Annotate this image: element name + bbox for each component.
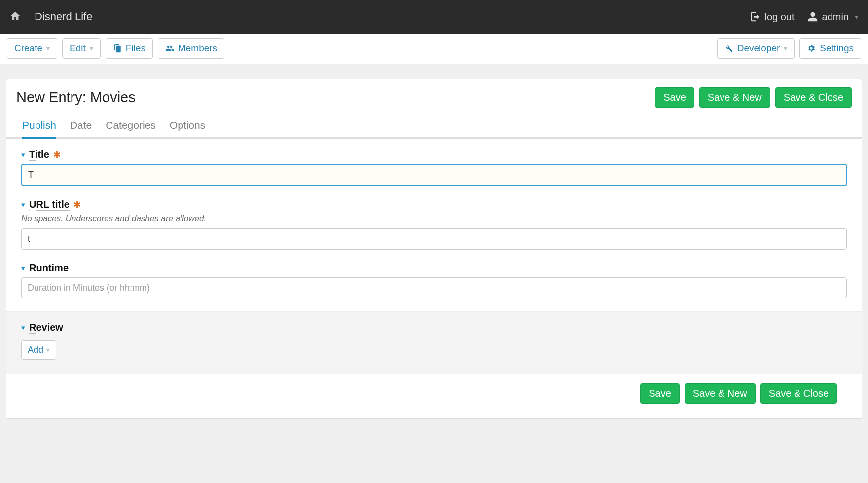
url-title-label: URL title xyxy=(29,199,70,211)
edit-button[interactable]: Edit ▾ xyxy=(62,38,101,59)
runtime-input[interactable] xyxy=(21,277,847,298)
tab-categories[interactable]: Categories xyxy=(106,119,156,137)
chevron-down-icon[interactable]: ▾ xyxy=(21,150,25,159)
chevron-down-icon[interactable]: ▾ xyxy=(21,264,25,273)
developer-label: Developer xyxy=(737,43,780,54)
add-label: Add xyxy=(28,345,43,355)
page: New Entry: Movies Save Save & New Save &… xyxy=(0,79,868,434)
gear-icon xyxy=(807,44,816,53)
toolbar-right: Developer ▾ Settings xyxy=(717,38,861,59)
topbar: Disnerd Life log out admin ▾ xyxy=(0,0,868,34)
field-title: ▾ Title ✱ xyxy=(21,149,847,186)
save-buttons-bottom: Save Save & New Save & Close xyxy=(21,374,847,404)
site-name[interactable]: Disnerd Life xyxy=(35,10,92,23)
tab-options[interactable]: Options xyxy=(170,119,205,137)
topbar-right: log out admin ▾ xyxy=(750,11,858,23)
logout-label: log out xyxy=(764,11,794,23)
members-button[interactable]: Members xyxy=(158,38,224,59)
chevron-down-icon: ▾ xyxy=(784,44,787,53)
field-title-head: ▾ Title ✱ xyxy=(21,149,847,161)
files-label: Files xyxy=(126,43,145,54)
required-icon: ✱ xyxy=(73,199,81,210)
save-buttons-top: Save Save & New Save & Close xyxy=(655,87,852,108)
title-label: Title xyxy=(29,149,49,161)
required-icon: ✱ xyxy=(53,149,61,160)
field-review-head: ▾ Review xyxy=(21,322,847,334)
chevron-down-icon[interactable]: ▾ xyxy=(21,200,25,209)
url-title-input[interactable] xyxy=(21,228,847,250)
save-new-button[interactable]: Save & New xyxy=(685,383,756,404)
logout-link[interactable]: log out xyxy=(750,11,794,23)
title-input[interactable] xyxy=(21,164,847,186)
files-button[interactable]: Files xyxy=(106,38,153,59)
logout-icon xyxy=(750,11,760,22)
form: ▾ Title ✱ ▾ URL title ✱ No spaces. Under… xyxy=(6,139,862,418)
field-runtime-head: ▾ Runtime xyxy=(21,262,847,274)
edit-label: Edit xyxy=(70,43,86,54)
tab-publish[interactable]: Publish xyxy=(22,119,56,137)
toolbar-left: Create ▾ Edit ▾ Files Members xyxy=(7,38,224,59)
chevron-down-icon: ▾ xyxy=(855,13,858,21)
chevron-down-icon[interactable]: ▾ xyxy=(21,323,25,332)
field-runtime: ▾ Runtime xyxy=(21,262,847,298)
panel-head: New Entry: Movies Save Save & New Save &… xyxy=(6,79,862,108)
tab-date[interactable]: Date xyxy=(70,119,92,137)
chevron-down-icon: ▾ xyxy=(46,44,50,53)
home-icon[interactable] xyxy=(10,10,21,24)
page-title: New Entry: Movies xyxy=(16,89,136,106)
review-label: Review xyxy=(29,322,63,334)
tabs: Publish Date Categories Options xyxy=(6,108,862,139)
save-button[interactable]: Save xyxy=(640,383,680,404)
files-icon xyxy=(113,44,122,53)
create-label: Create xyxy=(14,43,42,54)
save-new-button[interactable]: Save & New xyxy=(699,87,770,108)
panel: New Entry: Movies Save Save & New Save &… xyxy=(6,79,862,419)
user-icon xyxy=(807,11,818,22)
url-title-helper: No spaces. Underscores and dashes are al… xyxy=(21,214,847,223)
settings-button[interactable]: Settings xyxy=(799,38,861,59)
settings-label: Settings xyxy=(820,43,854,54)
save-close-button[interactable]: Save & Close xyxy=(760,383,837,404)
field-url-title: ▾ URL title ✱ No spaces. Underscores and… xyxy=(21,199,847,250)
user-label: admin xyxy=(822,11,849,23)
save-close-button[interactable]: Save & Close xyxy=(775,87,852,108)
topbar-left: Disnerd Life xyxy=(10,10,92,24)
members-icon xyxy=(165,44,174,53)
runtime-label: Runtime xyxy=(29,262,69,274)
user-menu[interactable]: admin ▾ xyxy=(807,11,858,23)
add-review-button[interactable]: Add ▾ xyxy=(21,340,56,360)
field-review: ▾ Review Add ▾ xyxy=(6,311,862,374)
wrench-icon xyxy=(724,44,733,53)
chevron-down-icon: ▾ xyxy=(90,44,93,53)
developer-button[interactable]: Developer ▾ xyxy=(717,38,795,59)
toolbar: Create ▾ Edit ▾ Files Members Developer … xyxy=(0,34,868,64)
members-label: Members xyxy=(178,43,217,54)
field-url-title-head: ▾ URL title ✱ xyxy=(21,199,847,211)
create-button[interactable]: Create ▾ xyxy=(7,38,57,59)
save-button[interactable]: Save xyxy=(655,87,694,108)
chevron-down-icon: ▾ xyxy=(46,346,50,354)
